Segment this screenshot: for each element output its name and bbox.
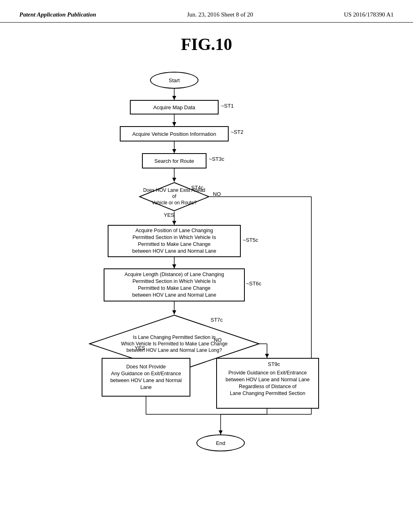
st6c-tag: ~ST6c: [246, 281, 261, 287]
st7c-tag: ST7c: [211, 317, 223, 323]
st4c-yes-label: YES: [164, 212, 174, 218]
page: Patent Application Publication Jun. 23, …: [0, 0, 413, 532]
st2-node: Acquire Vehicle Position Information: [120, 126, 229, 141]
st7c-no-label: NO: [214, 337, 222, 343]
svg-marker-3: [172, 122, 176, 126]
header-patent-number: US 2016/178390 A1: [344, 11, 394, 18]
svg-marker-7: [172, 178, 176, 182]
st2-label: Acquire Vehicle Position Information: [132, 131, 216, 137]
header: Patent Application Publication Jun. 23, …: [0, 0, 413, 23]
end-label: End: [216, 440, 225, 446]
start-label: Start: [169, 77, 179, 83]
header-date-sheet: Jun. 23, 2016 Sheet 8 of 20: [187, 11, 253, 18]
st6c-label: Acquire Length (Distance) of Lane Changi…: [122, 269, 227, 301]
st5c-node: Acquire Position of Lane Changing Permit…: [108, 225, 241, 257]
header-publication-label: Patent Application Publication: [19, 11, 96, 18]
st7c-yes-label: YES: [135, 345, 145, 351]
end-node: End: [196, 434, 245, 451]
st5c-label: Acquire Position of Lane Changing Permit…: [130, 225, 219, 257]
st4c-no-label: NO: [213, 191, 221, 197]
st3c-node: Search for Route: [142, 153, 206, 168]
st5c-tag: ~ST5c: [243, 237, 258, 243]
svg-marker-13: [172, 310, 176, 314]
st3c-tag: ~ST3c: [209, 156, 224, 162]
st6c-node: Acquire Length (Distance) of Lane Changi…: [104, 268, 245, 301]
svg-marker-18: [265, 354, 269, 358]
svg-marker-5: [172, 149, 176, 153]
st3c-label: Search for Route: [154, 158, 194, 164]
flowchart: Start Acquire Map Data ~ST1 Acquire Vehi…: [61, 64, 352, 507]
st8d-label: Does Not Provide Any Guidance on Exit/En…: [102, 361, 190, 393]
figure-title: FIG.10: [181, 35, 232, 54]
st9c-label: Provide Guidance on Exit/Entrance betwee…: [223, 367, 312, 399]
st1-node: Acquire Map Data: [130, 100, 219, 114]
start-node: Start: [150, 72, 198, 89]
st1-label: Acquire Map Data: [153, 104, 195, 110]
content: FIG.10: [0, 23, 413, 523]
st8d-node: Does Not Provide Any Guidance on Exit/En…: [102, 358, 190, 397]
svg-marker-11: [172, 264, 176, 268]
st2-tag: ~ST2: [231, 129, 243, 135]
svg-marker-1: [172, 96, 176, 100]
svg-marker-27: [219, 430, 223, 434]
st4c-tag: ST4c: [191, 185, 203, 191]
st9c-tag: ST9c: [268, 361, 280, 367]
svg-marker-9: [172, 221, 176, 225]
st1-tag: ~ST1: [221, 103, 234, 109]
